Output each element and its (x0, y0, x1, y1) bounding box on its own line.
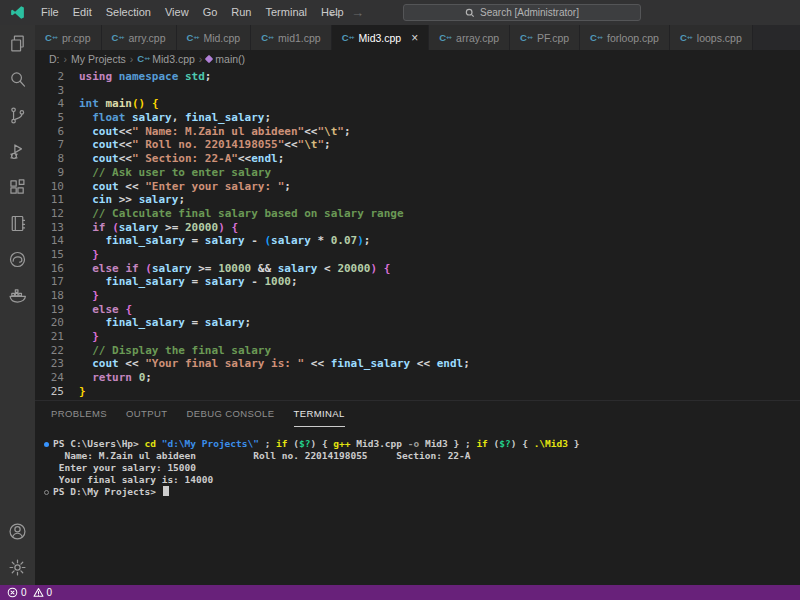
breadcrumb: D:›My Projects›C++Mid3.cpp›main() (35, 50, 800, 68)
code-line[interactable]: 9 // Ask user to enter salary (35, 166, 800, 180)
docker-icon[interactable] (0, 277, 35, 313)
breadcrumb-label: D: (49, 53, 60, 65)
code-text: // Calculate final salary based on salar… (79, 207, 404, 221)
code-line[interactable]: 18 } (35, 289, 800, 303)
tab-mid3.cpp[interactable]: C++Mid3.cpp× (332, 25, 430, 50)
cpp-file-icon: C++ (112, 33, 124, 43)
panel-tab-output[interactable]: OUTPUT (126, 401, 167, 427)
line-number: 7 (35, 138, 79, 152)
code-line[interactable]: 22 // Display the final salary (35, 344, 800, 358)
code-line[interactable]: 16 else if (salary >= 10000 && salary < … (35, 262, 800, 276)
code-text: } (79, 330, 99, 344)
code-line[interactable]: 6 cout<<" Name: M.Zain ul abideen"<<"\t"… (35, 125, 800, 139)
breadcrumb-item-mid3.cpp[interactable]: C++Mid3.cpp (137, 53, 195, 65)
cpp-file-icon: C++ (187, 33, 199, 43)
terminal-line[interactable]: PS D:\My Projects> (39, 486, 800, 498)
code-text: cout << "Your final salary is: " << fina… (79, 357, 470, 371)
menu-terminal[interactable]: Terminal (259, 0, 315, 25)
code-line[interactable]: 3 (35, 84, 800, 98)
code-line[interactable]: 8 cout<<" Section: 22-A"<<endl; (35, 152, 800, 166)
code-line[interactable]: 21 } (35, 330, 800, 344)
code-line[interactable]: 19 else { (35, 303, 800, 317)
code-line[interactable]: 12 // Calculate final salary based on sa… (35, 207, 800, 221)
problems-status[interactable]: 0 0 (7, 587, 52, 598)
nav-back-icon[interactable]: ← (327, 5, 340, 20)
account-icon[interactable] (0, 513, 35, 549)
menu-run[interactable]: Run (224, 0, 258, 25)
panel-tab-terminal[interactable]: TERMINAL (294, 401, 345, 427)
menu-edit[interactable]: Edit (66, 0, 99, 25)
line-number: 15 (35, 248, 79, 262)
command-center-search[interactable]: Search [Administrator] (403, 4, 641, 21)
panel-tabs: PROBLEMSOUTPUTDEBUG CONSOLETERMINAL (35, 401, 800, 427)
code-line[interactable]: 15 } (35, 248, 800, 262)
code-line[interactable]: 24 return 0; (35, 371, 800, 385)
code-line[interactable]: 7 cout<<" Roll no. 22014198055"<<"\t"; (35, 138, 800, 152)
line-number: 21 (35, 330, 79, 344)
line-number: 19 (35, 303, 79, 317)
code-line[interactable]: 13 if (salary >= 20000) { (35, 221, 800, 235)
tab-arry.cpp[interactable]: C++arry.cpp (102, 25, 177, 50)
code-line[interactable]: 17 final_salary = salary - 1000; (35, 275, 800, 289)
code-line[interactable]: 23 cout << "Your final salary is: " << f… (35, 357, 800, 371)
code-line[interactable]: 11 cin >> salary; (35, 193, 800, 207)
terminal-line[interactable]: PS C:\Users\Hp> cd "d:\My Projects\" ; i… (39, 438, 800, 450)
terminal-line[interactable]: Enter your salary: 15000 (39, 462, 800, 474)
tab-array.cpp[interactable]: C++array.cpp (429, 25, 510, 50)
code-line[interactable]: 2using namespace std; (35, 70, 800, 84)
code-text: // Ask user to enter salary (79, 166, 271, 180)
menu-selection[interactable]: Selection (99, 0, 158, 25)
tab-loops.cpp[interactable]: C++loops.cpp (670, 25, 753, 50)
tab-label: mid1.cpp (278, 32, 321, 44)
terminal-line[interactable]: Your final salary is: 14000 (39, 474, 800, 486)
cpp-file-icon: C++ (680, 33, 692, 43)
code-line[interactable]: 20 final_salary = salary; (35, 316, 800, 330)
breadcrumb-separator: › (130, 53, 134, 65)
menu-go[interactable]: Go (196, 0, 225, 25)
explorer-icon[interactable] (0, 25, 35, 61)
code-line[interactable]: 4int main() { (35, 97, 800, 111)
close-icon[interactable]: × (411, 32, 418, 44)
breadcrumb-item-d-[interactable]: D: (49, 53, 60, 65)
terminal-line[interactable]: Name: M.Zain ul abideen Roll no. 2201419… (39, 450, 800, 462)
line-number: 2 (35, 70, 79, 84)
breadcrumb-item-my-projects[interactable]: My Projects (71, 53, 126, 65)
tab-forloop.cpp[interactable]: C++forloop.cpp (580, 25, 670, 50)
extensions-icon[interactable] (0, 169, 35, 205)
panel-tab-debug-console[interactable]: DEBUG CONSOLE (186, 401, 274, 427)
tab-mid1.cpp[interactable]: C++mid1.cpp (251, 25, 332, 50)
terminal-gutter (39, 450, 53, 462)
tab-label: arry.cpp (128, 32, 165, 44)
menu-file[interactable]: File (34, 0, 66, 25)
settings-icon[interactable] (0, 549, 35, 585)
vscode-logo-icon (9, 4, 26, 21)
code-editor[interactable]: 2using namespace std;34int main() {5 flo… (35, 68, 800, 400)
activity-bar (0, 25, 35, 585)
code-line[interactable]: 14 final_salary = salary - (salary * 0.0… (35, 234, 800, 248)
terminal-text: Name: M.Zain ul abideen Roll no. 2201419… (53, 450, 471, 462)
panel-tab-problems[interactable]: PROBLEMS (51, 401, 107, 427)
tab-pf.cpp[interactable]: C++PF.cpp (510, 25, 580, 50)
code-text: float salary, final_salary; (79, 111, 271, 125)
edge-icon[interactable] (0, 241, 35, 277)
cpp-file-icon: C++ (261, 33, 273, 43)
tab-mid.cpp[interactable]: C++Mid.cpp (177, 25, 252, 50)
menu-view[interactable]: View (158, 0, 196, 25)
code-line[interactable]: 10 cout << "Enter your salary: "; (35, 180, 800, 194)
source-control-icon[interactable] (0, 97, 35, 133)
cpp-file-icon: C++ (439, 33, 451, 43)
cpp-file-icon: C++ (45, 33, 57, 43)
tab-pr.cpp[interactable]: C++pr.cpp (35, 25, 102, 50)
breadcrumb-item-main-[interactable]: main() (206, 53, 245, 65)
code-line[interactable]: 25} (35, 385, 800, 399)
terminal[interactable]: PS C:\Users\Hp> cd "d:\My Projects\" ; i… (35, 427, 800, 585)
search-icon[interactable] (0, 61, 35, 97)
code-text: if (salary >= 20000) { (79, 221, 238, 235)
code-text: else { (79, 303, 132, 317)
warning-count: 0 (47, 587, 53, 598)
notebook-icon[interactable] (0, 205, 35, 241)
tab-label: Mid.cpp (203, 32, 240, 44)
run-debug-icon[interactable] (0, 133, 35, 169)
nav-forward-icon[interactable]: → (351, 5, 364, 20)
code-line[interactable]: 5 float salary, final_salary; (35, 111, 800, 125)
